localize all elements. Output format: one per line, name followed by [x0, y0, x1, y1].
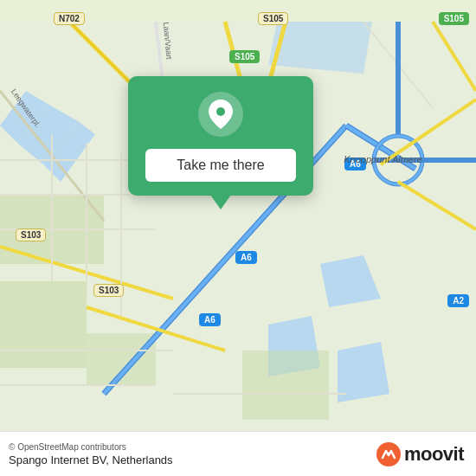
take-me-there-button[interactable]: Take me there: [145, 149, 296, 182]
road-badge-s105-top-right: S105: [439, 12, 469, 25]
moovit-icon: [376, 442, 401, 466]
road-badge-a2: A2: [447, 294, 469, 307]
copyright-text: © OpenStreetMap contributors: [9, 442, 173, 452]
svg-rect-11: [242, 351, 329, 420]
road-badge-s103-1: S103: [16, 228, 46, 241]
moovit-logo: moovit: [376, 442, 464, 466]
road-badge-a6-low: A6: [199, 313, 221, 326]
knooppunt-label: Knooppunt Almere: [344, 154, 422, 164]
road-badge-s105-top: S105: [258, 12, 288, 25]
road-badge-s105-green: S105: [229, 50, 260, 63]
bottom-left: © OpenStreetMap contributors Spango Inte…: [9, 442, 173, 466]
svg-point-41: [216, 107, 225, 116]
svg-rect-9: [0, 281, 87, 368]
map-svg: [0, 0, 476, 476]
map-container: N702 S105 S105 A6 A6 A6 S103 S103 A2 S10…: [0, 0, 476, 476]
road-badge-s103-2: S103: [93, 284, 124, 297]
company-text: Spango Internet BV, Netherlands: [9, 453, 173, 466]
location-icon-circle: [198, 92, 243, 137]
popup-card: Take me there: [128, 76, 313, 196]
road-badge-n702: N702: [54, 12, 85, 25]
bottom-bar: © OpenStreetMap contributors Spango Inte…: [0, 431, 476, 476]
moovit-label: moovit: [404, 443, 464, 466]
road-badge-a6-mid: A6: [235, 251, 257, 264]
